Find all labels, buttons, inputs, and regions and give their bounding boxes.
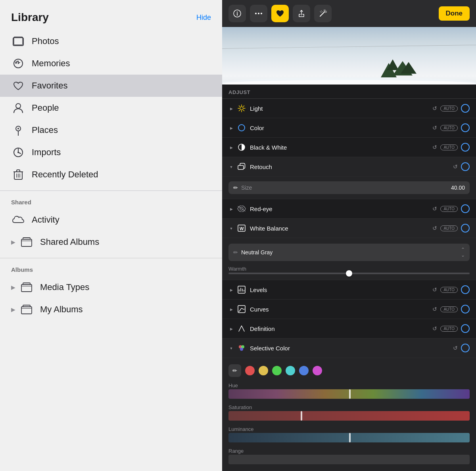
definition-expand-arrow[interactable] (228, 326, 234, 331)
people-label: People (32, 103, 59, 113)
adjust-row-selective-color[interactable]: Selective Color ↺ (222, 338, 476, 358)
sidebar-item-media-types[interactable]: ▶ Media Types (0, 276, 222, 298)
sc-reset-icon[interactable]: ↺ (453, 345, 458, 351)
info-button[interactable] (228, 5, 246, 22)
color-expand-arrow[interactable] (228, 125, 234, 131)
right-panel: Done ADJUST (222, 0, 476, 471)
color-reset-icon[interactable]: ↺ (432, 125, 437, 131)
warmth-track[interactable] (228, 273, 470, 274)
redeye-toggle[interactable] (461, 204, 470, 213)
definition-reset-icon[interactable]: ↺ (432, 325, 437, 332)
activity-label: Activity (32, 215, 60, 225)
retouch-reset-icon[interactable]: ↺ (453, 163, 458, 170)
sc-expand-arrow[interactable] (228, 345, 234, 351)
adjust-row-levels[interactable]: Levels ↺ AUTO (222, 280, 476, 300)
more-button[interactable] (250, 5, 267, 22)
sidebar-item-memories[interactable]: Memories (0, 52, 222, 75)
heart-button[interactable] (271, 5, 289, 22)
adjust-row-red-eye[interactable]: Red-eye ↺ AUTO (222, 199, 476, 219)
eyedropper-button[interactable]: ✏ (228, 364, 241, 377)
warmth-slider-row: Warmth (228, 263, 470, 277)
light-toggle[interactable] (461, 104, 470, 113)
bw-auto-badge[interactable]: AUTO (440, 144, 458, 150)
curves-expand-arrow[interactable] (228, 306, 234, 312)
saturation-label: Saturation (228, 404, 252, 410)
light-auto-badge[interactable]: AUTO (440, 106, 458, 112)
light-expand-arrow[interactable] (228, 106, 234, 111)
divider-1 (0, 190, 222, 191)
wb-reset-icon[interactable]: ↺ (432, 225, 437, 231)
sidebar-item-favorites[interactable]: Favorites (0, 75, 222, 97)
swatch-yellow[interactable] (259, 366, 268, 375)
bw-reset-icon[interactable]: ↺ (432, 144, 437, 150)
share-button[interactable] (293, 5, 310, 22)
redeye-expand-arrow[interactable] (228, 206, 234, 211)
adjust-row-curves[interactable]: Curves ↺ AUTO (222, 300, 476, 319)
adjust-row-color[interactable]: Color ↺ AUTO (222, 118, 476, 138)
done-button[interactable]: Done (439, 6, 470, 21)
bw-toggle[interactable] (461, 143, 470, 152)
curves-toggle[interactable] (461, 305, 470, 313)
color-toggle[interactable] (461, 123, 470, 132)
hide-button[interactable]: Hide (196, 13, 211, 22)
swatch-green[interactable] (272, 366, 282, 375)
hue-track[interactable] (228, 389, 470, 399)
magic-wand-button[interactable] (314, 5, 332, 22)
adjust-row-retouch[interactable]: Retouch ↺ (222, 157, 476, 177)
sidebar-item-recently-deleted[interactable]: Recently Deleted (0, 163, 222, 186)
swatch-blue[interactable] (299, 366, 309, 375)
redeye-reset-icon[interactable]: ↺ (432, 206, 437, 212)
adjust-row-white-balance[interactable]: W White Balance ↺ AUTO (222, 219, 476, 238)
levels-reset-icon[interactable]: ↺ (432, 286, 437, 293)
neutral-gray-dropdown[interactable]: ✏ Neutral Gray ⌃⌄ (228, 244, 470, 261)
luminance-track[interactable] (228, 433, 470, 442)
swatch-red[interactable] (245, 366, 255, 375)
definition-toggle[interactable] (461, 324, 470, 333)
definition-auto-badge[interactable]: AUTO (440, 326, 458, 332)
dropdown-chevron-icon: ⌃⌄ (461, 247, 465, 258)
levels-expand-arrow[interactable] (228, 287, 234, 292)
retouch-expand-arrow[interactable] (228, 164, 234, 169)
sidebar-item-shared-albums[interactable]: ▶ Shared Albums (0, 231, 222, 253)
range-track[interactable] (228, 455, 470, 464)
svg-text:W: W (240, 226, 244, 231)
warmth-thumb[interactable] (346, 270, 352, 277)
sidebar-item-imports[interactable]: Imports (0, 141, 222, 163)
svg-point-48 (240, 348, 243, 351)
light-reset-icon[interactable]: ↺ (432, 105, 437, 112)
photo-preview (222, 27, 476, 85)
redeye-auto-badge[interactable]: AUTO (440, 206, 458, 212)
levels-toggle[interactable] (461, 285, 470, 294)
adjust-row-light[interactable]: Light ↺ AUTO (222, 99, 476, 118)
sidebar-item-photos[interactable]: Photos (0, 30, 222, 52)
saturation-track[interactable] (228, 411, 470, 421)
sidebar-item-places[interactable]: Places (0, 119, 222, 141)
retouch-sub: ✏ Size 40.00 (222, 177, 476, 199)
hue-thumb[interactable] (349, 389, 351, 399)
sidebar-item-people[interactable]: People (0, 97, 222, 119)
svg-rect-0 (13, 38, 23, 46)
saturation-thumb[interactable] (301, 411, 302, 421)
luminance-thumb[interactable] (349, 433, 351, 442)
swatch-cyan[interactable] (286, 366, 295, 375)
adjust-row-definition[interactable]: Definition ↺ AUTO (222, 319, 476, 338)
wb-expand-arrow[interactable] (228, 225, 234, 231)
adjust-row-black-white[interactable]: Black & White ↺ AUTO (222, 138, 476, 157)
color-auto-badge[interactable]: AUTO (440, 125, 458, 131)
bw-expand-arrow[interactable] (228, 144, 234, 150)
sc-toggle[interactable] (461, 344, 470, 352)
curves-reset-icon[interactable]: ↺ (432, 306, 437, 312)
swatch-magenta[interactable] (313, 366, 322, 375)
wb-auto-badge[interactable]: AUTO (440, 225, 458, 231)
levels-auto-badge[interactable]: AUTO (440, 287, 458, 293)
places-label: Places (32, 125, 58, 135)
retouch-toggle[interactable] (461, 162, 470, 171)
curves-auto-badge[interactable]: AUTO (440, 306, 458, 312)
light-label: Light (250, 105, 432, 112)
shared-albums-label: Shared Albums (40, 237, 99, 247)
places-icon (11, 123, 25, 137)
sidebar-item-my-albums[interactable]: ▶ My Albums (0, 298, 222, 321)
sidebar-item-activity[interactable]: Activity (0, 209, 222, 231)
curves-label: Curves (250, 306, 432, 313)
wb-toggle[interactable] (461, 224, 470, 233)
